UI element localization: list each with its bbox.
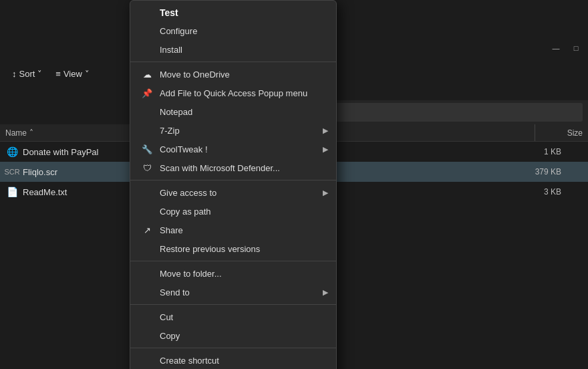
context-menu-item-configure[interactable]: Configure bbox=[130, 21, 336, 40]
menu-label-defender: Scan with Microsoft Defender... bbox=[160, 163, 280, 173]
menu-label-configure: Configure bbox=[160, 26, 197, 36]
menu-label-7zip: 7-Zip bbox=[160, 126, 180, 136]
context-menu-item-defender[interactable]: 🛡 Scan with Microsoft Defender... bbox=[130, 158, 336, 177]
view-button[interactable]: ≡ View ˅ bbox=[50, 66, 95, 82]
view-icon: ≡ bbox=[55, 69, 61, 79]
sort-button[interactable]: ↕ Sort ˅ bbox=[7, 66, 47, 82]
context-menu-item-onedrive[interactable]: ☁ Move to OneDrive bbox=[130, 65, 336, 84]
view-chevron-icon: ˅ bbox=[85, 69, 90, 79]
size-column-header: Size bbox=[535, 124, 588, 141]
share-icon: ↗ bbox=[141, 224, 153, 236]
menu-icon-configure bbox=[141, 25, 153, 37]
create-shortcut-icon bbox=[141, 354, 153, 366]
submenu-arrow-icon: ▶ bbox=[323, 145, 328, 154]
menu-divider-2 bbox=[130, 180, 336, 180]
sort-icon: ↕ bbox=[12, 69, 17, 79]
defender-icon: 🛡 bbox=[141, 162, 153, 174]
menu-label-create-shortcut: Create shortcut bbox=[160, 356, 219, 366]
file-name: Donate with PayPal bbox=[23, 147, 98, 157]
menu-label-install: Install bbox=[160, 45, 182, 55]
restore-icon bbox=[141, 243, 153, 255]
cooltweak-icon: 🔧 bbox=[141, 143, 153, 155]
name-column-header: Name ˄ bbox=[5, 128, 139, 138]
menu-label-move-to: Move to folder... bbox=[160, 269, 222, 279]
context-menu-item-install[interactable]: Install bbox=[130, 40, 336, 59]
send-to-icon bbox=[141, 286, 153, 298]
cut-icon bbox=[141, 311, 153, 323]
menu-icon-test bbox=[141, 7, 153, 19]
file-icon: 📄 bbox=[5, 185, 19, 199]
menu-label-share: Share bbox=[160, 225, 183, 235]
context-menu-item-create-shortcut[interactable]: Create shortcut bbox=[130, 351, 336, 369]
menu-label-onedrive: Move to OneDrive bbox=[160, 70, 230, 80]
submenu-arrow-icon: ▶ bbox=[323, 288, 328, 297]
menu-label-notepad: Notepad bbox=[160, 107, 192, 117]
menu-label-quick-access: Add File to Quick Access Popup menu bbox=[160, 88, 307, 98]
menu-icon-install bbox=[141, 43, 153, 55]
context-menu-item-copy[interactable]: Copy bbox=[130, 326, 336, 345]
context-menu: Test Configure Install ☁ Move to OneDriv… bbox=[130, 0, 337, 369]
move-to-icon bbox=[141, 267, 153, 279]
file-name: Fliqlo.scr bbox=[23, 167, 57, 177]
menu-label-cut: Cut bbox=[160, 312, 173, 322]
context-menu-item-test[interactable]: Test bbox=[130, 3, 336, 21]
context-menu-item-send-to[interactable]: Send to ▶ bbox=[130, 283, 336, 301]
onedrive-icon: ☁ bbox=[141, 68, 153, 80]
menu-divider-5 bbox=[130, 348, 336, 348]
context-menu-item-7zip[interactable]: 7-Zip ▶ bbox=[130, 121, 336, 140]
menu-divider-3 bbox=[130, 261, 336, 261]
menu-label-cooltweak: CoolTweak ! bbox=[160, 144, 208, 154]
menu-divider-4 bbox=[130, 304, 336, 305]
file-icon: 🌐 bbox=[5, 145, 19, 158]
context-menu-item-notepad[interactable]: Notepad bbox=[130, 102, 336, 121]
7zip-icon bbox=[141, 124, 153, 136]
menu-label-restore: Restore previous versions bbox=[160, 244, 260, 254]
submenu-arrow-icon: ▶ bbox=[323, 126, 328, 135]
notepad-icon bbox=[141, 106, 153, 118]
submenu-arrow-icon: ▶ bbox=[323, 189, 328, 197]
file-size: 3 KB bbox=[544, 187, 561, 197]
file-icon: SCR bbox=[5, 165, 19, 178]
minimize-button[interactable]: — bbox=[547, 41, 565, 55]
menu-label-copy: Copy bbox=[160, 331, 180, 341]
sort-label: Sort bbox=[19, 69, 35, 79]
context-menu-item-cut[interactable]: Cut bbox=[130, 308, 336, 326]
menu-label-send-to: Send to bbox=[160, 287, 190, 297]
file-size: 379 KB bbox=[535, 167, 561, 176]
context-menu-item-give-access[interactable]: Give access to ▶ bbox=[130, 183, 336, 202]
copy-path-icon bbox=[141, 205, 153, 217]
menu-label-give-access: Give access to bbox=[160, 188, 216, 198]
menu-divider-1 bbox=[130, 62, 336, 62]
toolbar: ↕ Sort ˅ ≡ View ˅ bbox=[0, 60, 134, 87]
quick-access-icon: 📌 bbox=[141, 87, 153, 99]
give-access-icon bbox=[141, 187, 153, 199]
window-controls: — □ bbox=[544, 40, 588, 56]
menu-label-test: Test bbox=[160, 7, 178, 18]
context-menu-item-quick-access[interactable]: 📌 Add File to Quick Access Popup menu bbox=[130, 84, 336, 102]
menu-label-copy-path: Copy as path bbox=[160, 207, 211, 217]
file-size: 1 KB bbox=[544, 147, 561, 156]
context-menu-item-copy-path[interactable]: Copy as path bbox=[130, 202, 336, 221]
sort-chevron-icon: ˅ bbox=[37, 69, 42, 79]
copy-icon bbox=[141, 330, 153, 342]
name-sort-icon: ˄ bbox=[29, 128, 33, 138]
maximize-button[interactable]: □ bbox=[567, 41, 585, 55]
view-label: View bbox=[63, 69, 82, 79]
context-menu-item-move-to[interactable]: Move to folder... bbox=[130, 264, 336, 283]
context-menu-item-cooltweak[interactable]: 🔧 CoolTweak ! ▶ bbox=[130, 140, 336, 158]
context-menu-item-share[interactable]: ↗ Share bbox=[130, 221, 336, 239]
file-name: ReadMe.txt bbox=[23, 187, 67, 197]
context-menu-item-restore[interactable]: Restore previous versions bbox=[130, 239, 336, 258]
